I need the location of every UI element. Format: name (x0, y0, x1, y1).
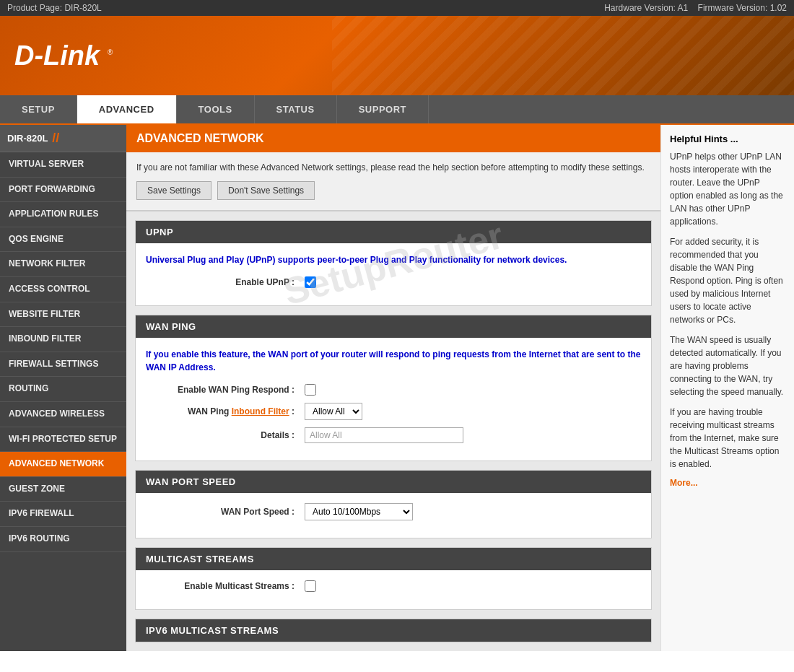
main-layout: DIR-820L // VIRTUAL SERVER PORT FORWARDI… (0, 125, 794, 651)
action-buttons: Save Settings Don't Save Settings (136, 181, 650, 200)
sidebar-item-routing[interactable]: ROUTING (0, 377, 126, 402)
page-intro: If you are not familiar with these Advan… (126, 152, 660, 211)
sidebar-item-ipv6-firewall[interactable]: IPV6 FIREWALL (0, 502, 126, 527)
version-label: Hardware Version: A1 Firmware Version: 1… (604, 3, 787, 13)
sidebar-item-application-rules[interactable]: APPLICATION RULES (0, 202, 126, 227)
sidebar-item-inbound-filter[interactable]: INBOUND FILTER (0, 327, 126, 352)
sidebar-item-firewall-settings[interactable]: FIREWALL SETTINGS (0, 352, 126, 378)
sidebar-item-access-control[interactable]: ACCESS CONTROL (0, 277, 126, 302)
ipv6-multicast-section: IPV6 MULTICAST STREAMS (135, 619, 652, 642)
page-description: If you are not familiar with these Advan… (136, 161, 650, 174)
sidebar-item-advanced-wireless[interactable]: ADVANCED WIRELESS (0, 402, 126, 427)
wan-ping-respond-checkbox[interactable] (305, 384, 316, 396)
product-label: Product Page: DIR-820L (7, 3, 102, 13)
save-settings-button[interactable]: Save Settings (136, 181, 211, 200)
multicast-enable-row: Enable Multicast Streams : (146, 580, 641, 592)
help-para-3: The WAN speed is usually detected automa… (670, 333, 785, 398)
multicast-body: Enable Multicast Streams : (136, 570, 651, 609)
multicast-header: MULTICAST STREAMS (136, 548, 651, 570)
wan-speed-label: WAN Port Speed : (146, 507, 305, 517)
top-bar: Product Page: DIR-820L Hardware Version:… (0, 0, 794, 16)
sidebar-item-wifi-protected[interactable]: WI-FI PROTECTED SETUP (0, 427, 126, 453)
multicast-enable-label: Enable Multicast Streams : (146, 581, 305, 591)
wan-ping-respond-label: Enable WAN Ping Respond : (146, 385, 305, 395)
details-row: Details : (146, 427, 641, 443)
sidebar-item-qos-engine[interactable]: QOS ENGINE (0, 227, 126, 253)
multicast-section: MULTICAST STREAMS Enable Multicast Strea… (135, 547, 652, 610)
sidebar-item-virtual-server[interactable]: VIRTUAL SERVER (0, 152, 126, 178)
wan-ping-respond-row: Enable WAN Ping Respond : (146, 384, 641, 396)
ipv6-multicast-header: IPV6 MULTICAST STREAMS (136, 619, 651, 642)
wan-ping-description: If you enable this feature, the WAN port… (146, 348, 641, 374)
tab-tools[interactable]: TOOLS (177, 95, 255, 123)
sidebar-item-advanced-network[interactable]: ADVANCED NETWORK (0, 452, 126, 477)
help-panel: Helpful Hints ... UPnP helps other UPnP … (660, 125, 794, 651)
wan-ping-inbound-label: WAN Ping Inbound Filter : (146, 406, 305, 416)
wan-ping-header: WAN PING (136, 315, 651, 338)
dont-save-settings-button[interactable]: Don't Save Settings (217, 181, 315, 200)
inbound-filter-link[interactable]: Inbound Filter (232, 406, 289, 416)
wan-ping-inbound-row: WAN Ping Inbound Filter : Allow All Deny… (146, 403, 641, 420)
wan-speed-row: WAN Port Speed : Auto 10/100Mbps 10Mbps … (146, 503, 641, 520)
sidebar-item-guest-zone[interactable]: GUEST ZONE (0, 477, 126, 502)
sidebar: DIR-820L // VIRTUAL SERVER PORT FORWARDI… (0, 125, 126, 651)
help-para-1: UPnP helps other UPnP LAN hosts interope… (670, 150, 785, 228)
nav-tabs: SETUP ADVANCED TOOLS STATUS SUPPORT (0, 95, 794, 125)
details-input[interactable] (305, 427, 463, 443)
wan-ping-body: If you enable this feature, the WAN port… (136, 338, 651, 461)
multicast-enable-checkbox[interactable] (305, 580, 316, 592)
upnp-enable-label: Enable UPnP : (146, 277, 305, 287)
help-para-2: For added security, it is recommended th… (670, 235, 785, 326)
upnp-header: UPNP (136, 221, 651, 243)
upnp-section: UPNP SetupRouter Universal Plug and Play… (135, 220, 652, 306)
sections-container: UPNP SetupRouter Universal Plug and Play… (126, 220, 660, 651)
header: D-Link ® (0, 16, 794, 95)
tab-status[interactable]: STATUS (255, 95, 337, 123)
wan-ping-section: WAN PING If you enable this feature, the… (135, 315, 652, 461)
logo: D-Link ® (14, 40, 113, 71)
help-title: Helpful Hints ... (670, 134, 785, 144)
tab-advanced[interactable]: ADVANCED (77, 95, 177, 123)
inbound-filter-select[interactable]: Allow All Deny All (305, 403, 362, 420)
upnp-body: SetupRouter Universal Plug and Play (UPn… (136, 243, 651, 305)
brand-slashes: // (52, 131, 59, 146)
sidebar-item-network-filter[interactable]: NETWORK FILTER (0, 252, 126, 277)
sidebar-brand: DIR-820L // (0, 125, 126, 152)
help-more-link[interactable]: More... (670, 478, 698, 488)
sidebar-item-ipv6-routing[interactable]: IPV6 ROUTING (0, 527, 126, 552)
sidebar-item-port-forwarding[interactable]: PORT FORWARDING (0, 178, 126, 203)
tab-support[interactable]: SUPPORT (337, 95, 429, 123)
wan-port-speed-body: WAN Port Speed : Auto 10/100Mbps 10Mbps … (136, 493, 651, 538)
content-area: ADVANCED NETWORK If you are not familiar… (126, 125, 660, 651)
upnp-enable-row: Enable UPnP : (146, 276, 641, 288)
upnp-enable-checkbox[interactable] (305, 276, 316, 288)
page-title: ADVANCED NETWORK (126, 125, 660, 152)
tab-setup[interactable]: SETUP (0, 95, 77, 123)
details-label: Details : (146, 430, 305, 440)
wan-port-speed-section: WAN PORT SPEED WAN Port Speed : Auto 10/… (135, 470, 652, 538)
upnp-description: Universal Plug and Play (UPnP) supports … (146, 253, 641, 266)
wan-port-speed-header: WAN PORT SPEED (136, 471, 651, 493)
wan-speed-select[interactable]: Auto 10/100Mbps 10Mbps Half-Duplex 10Mbp… (305, 503, 413, 520)
sidebar-item-website-filter[interactable]: WEBSITE FILTER (0, 302, 126, 328)
help-para-4: If you are having trouble receiving mult… (670, 406, 785, 471)
